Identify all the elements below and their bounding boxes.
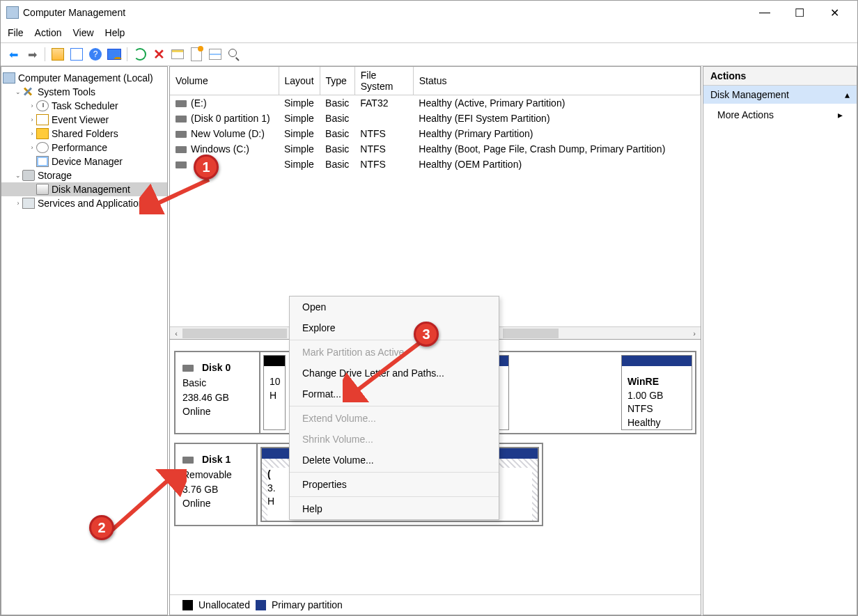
legend: Unallocated Primary partition <box>170 594 701 615</box>
col-fs[interactable]: File System <box>354 67 413 95</box>
services-icon <box>22 198 35 209</box>
tree-performance[interactable]: ›Performance <box>1 141 167 155</box>
menu-action[interactable]: Action <box>35 27 62 38</box>
menubar: File Action View Help <box>1 24 857 43</box>
legend-unallocated-swatch <box>182 600 193 610</box>
actions-header: Actions <box>703 67 857 86</box>
volume-row[interactable]: (E:)SimpleBasicFAT32Healthy (Active, Pri… <box>170 95 701 111</box>
maximize-button[interactable]: ☐ <box>782 2 817 23</box>
actions-more[interactable]: More Actions ▸ <box>703 104 857 126</box>
svg-line-1 <box>152 180 209 206</box>
forward-button[interactable] <box>24 46 40 63</box>
menu-file[interactable]: File <box>8 27 24 38</box>
volume-row[interactable]: SimpleBasicNTFSHealthy (OEM Partition) <box>170 157 701 172</box>
minimize-button[interactable]: — <box>747 2 782 23</box>
col-status[interactable]: Status <box>413 67 700 95</box>
window-title: Computer Management <box>23 7 747 18</box>
toolbar <box>1 43 857 66</box>
toolbar-up-icon[interactable] <box>49 46 66 63</box>
disk-icon <box>36 184 49 195</box>
ctx-extend: Extend Volume... <box>290 408 499 429</box>
volume-row[interactable]: (Disk 0 partition 1)SimpleBasicHealthy (… <box>170 111 701 126</box>
app-icon <box>6 6 19 19</box>
perf-icon <box>36 142 49 153</box>
ctx-help[interactable]: Help <box>290 498 499 519</box>
tree-root[interactable]: Computer Management (Local) <box>1 71 167 85</box>
volume-row[interactable]: New Volume (D:)SimpleBasicNTFSHealthy (P… <box>170 126 701 141</box>
event-icon <box>36 114 49 125</box>
back-button[interactable] <box>5 46 22 63</box>
computer-icon <box>3 72 15 84</box>
ctx-open[interactable]: Open <box>290 297 499 317</box>
toolbar-modules-icon[interactable] <box>68 46 85 63</box>
tree-event-viewer[interactable]: ›Event Viewer <box>1 113 167 127</box>
tree-device-manager[interactable]: Device Manager <box>1 155 167 168</box>
annotation-badge-3: 3 <box>414 322 439 347</box>
toolbar-search-icon[interactable] <box>226 46 242 63</box>
ctx-delete[interactable]: Delete Volume... <box>290 450 499 471</box>
clock-icon <box>36 100 49 111</box>
storage-icon <box>22 170 35 181</box>
annotation-arrow-3 <box>343 340 433 402</box>
disk0-partition-2[interactable]: WinRE1.00 GB NTFSHealthy (OEM <box>621 355 692 430</box>
toolbar-toggle-icon[interactable] <box>106 46 123 63</box>
chevron-right-icon: ▸ <box>838 109 843 120</box>
partition-context-menu[interactable]: Open Explore Mark Partition as Active Ch… <box>289 296 499 520</box>
toolbar-new-icon[interactable] <box>188 46 205 63</box>
ctx-properties[interactable]: Properties <box>290 474 499 495</box>
toolbar-list-icon[interactable] <box>207 46 224 63</box>
folder-icon <box>36 128 49 139</box>
annotation-arrow-1 <box>139 173 223 214</box>
actions-selected[interactable]: Disk Management ▴ <box>703 86 857 104</box>
toolbar-delete-icon[interactable] <box>150 46 167 63</box>
col-layout[interactable]: Layout <box>279 67 320 95</box>
toolbar-help-icon[interactable] <box>87 46 104 63</box>
toolbar-refresh-icon[interactable] <box>132 46 148 63</box>
svg-line-3 <box>110 476 173 532</box>
ctx-shrink: Shrink Volume... <box>290 429 499 450</box>
annotation-badge-1: 1 <box>194 155 219 180</box>
col-volume[interactable]: Volume <box>170 67 279 95</box>
device-icon <box>36 156 49 167</box>
collapse-icon: ▴ <box>845 89 850 100</box>
toolbar-properties-icon[interactable] <box>169 46 186 63</box>
ctx-explore[interactable]: Explore <box>290 317 499 338</box>
menu-help[interactable]: Help <box>105 27 125 38</box>
tree-shared-folders[interactable]: ›Shared Folders <box>1 127 167 141</box>
svg-line-5 <box>352 343 419 394</box>
col-type[interactable]: Type <box>320 67 354 95</box>
legend-primary-swatch <box>256 600 266 610</box>
tools-icon <box>22 86 35 97</box>
disk0-partition-0[interactable]: 10H <box>263 355 286 430</box>
tree-task-scheduler[interactable]: ›Task Scheduler <box>1 99 167 113</box>
annotation-arrow-2 <box>103 469 187 539</box>
actions-pane: Actions Disk Management ▴ More Actions ▸ <box>703 66 857 615</box>
close-button[interactable]: ✕ <box>817 2 852 23</box>
tree-system-tools[interactable]: ⌄System Tools <box>1 85 167 99</box>
annotation-badge-2: 2 <box>89 515 114 540</box>
volume-row[interactable]: Windows (C:)SimpleBasicNTFSHealthy (Boot… <box>170 141 701 157</box>
menu-view[interactable]: View <box>72 27 93 38</box>
